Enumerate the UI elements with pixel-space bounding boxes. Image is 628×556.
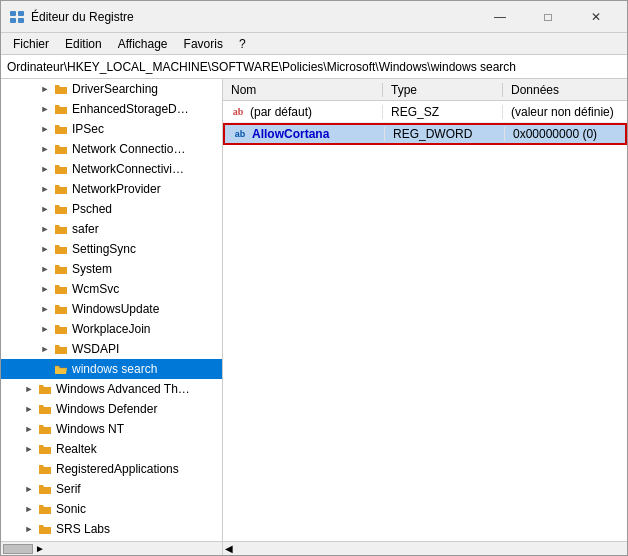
bottom-scrollbar-area: ► ◀ (1, 541, 627, 555)
main-content: ► DriverSearching ► EnhancedStorageD… ► … (1, 79, 627, 541)
tree-item-windows-defender[interactable]: ► Windows Defender (1, 399, 222, 419)
tree-arrow: ► (37, 201, 53, 217)
tree-label: System (72, 262, 112, 276)
folder-icon (53, 121, 69, 137)
tree-item-psched[interactable]: ► Psched (1, 199, 222, 219)
minimize-button[interactable]: — (477, 1, 523, 33)
tree-item-srs-labs[interactable]: ► SRS Labs (1, 519, 222, 539)
tree-item-ipsec[interactable]: ► IPSec (1, 119, 222, 139)
folder-icon (53, 141, 69, 157)
tree-arrow: ► (21, 521, 37, 537)
folder-icon (37, 501, 53, 517)
folder-icon-open (53, 361, 69, 377)
tree-label: Realtek (56, 442, 97, 456)
tree-item-serif[interactable]: ► Serif (1, 479, 222, 499)
tree-arrow: ► (37, 161, 53, 177)
title-bar: Éditeur du Registre — □ ✕ (1, 1, 627, 33)
tree-item-system[interactable]: ► System (1, 259, 222, 279)
tree-label: WorkplaceJoin (72, 322, 150, 336)
tree-item-windows-search[interactable]: ► windows search (1, 359, 222, 379)
folder-icon (53, 201, 69, 217)
tree-arrow: ► (37, 101, 53, 117)
tree-label: RegisteredApplications (56, 462, 179, 476)
tree-arrow: ► (21, 501, 37, 517)
window-title: Éditeur du Registre (31, 10, 477, 24)
tree-label: NetworkProvider (72, 182, 161, 196)
tree-item-network-connectivity[interactable]: ► NetworkConnectivi… (1, 159, 222, 179)
window-controls: — □ ✕ (477, 1, 619, 33)
tree-item-windows-update[interactable]: ► WindowsUpdate (1, 299, 222, 319)
tree-item-safer[interactable]: ► safer (1, 219, 222, 239)
column-type[interactable]: Type (383, 83, 503, 97)
column-name[interactable]: Nom (223, 83, 383, 97)
detail-header: Nom Type Données (223, 79, 627, 101)
row-data-cell: 0x00000000 (0) (505, 127, 625, 141)
tree-label: Network Connectio… (72, 142, 185, 156)
tree-arrow: ► (37, 121, 53, 137)
menu-bar: Fichier Edition Affichage Favoris ? (1, 33, 627, 55)
svg-rect-1 (18, 11, 24, 16)
tree-arrow: ► (37, 241, 53, 257)
row-type-cell: REG_DWORD (385, 127, 505, 141)
registry-editor-window: Éditeur du Registre — □ ✕ Fichier Editio… (0, 0, 628, 556)
row-name-label: AllowCortana (252, 127, 329, 141)
menu-affichage[interactable]: Affichage (110, 35, 176, 53)
folder-icon (53, 81, 69, 97)
tree-arrow: ► (37, 221, 53, 237)
folder-icon (37, 441, 53, 457)
maximize-button[interactable]: □ (525, 1, 571, 33)
menu-fichier[interactable]: Fichier (5, 35, 57, 53)
menu-help[interactable]: ? (231, 35, 254, 53)
tree-label: windows search (72, 362, 157, 376)
tree-arrow: ► (37, 141, 53, 157)
registry-row-allow-cortana[interactable]: ab AllowCortana REG_DWORD 0x00000000 (0) (223, 123, 627, 145)
tree-item-network-connections[interactable]: ► Network Connectio… (1, 139, 222, 159)
tree-arrow: ► (37, 301, 53, 317)
address-bar: Ordinateur\HKEY_LOCAL_MACHINE\SOFTWARE\P… (1, 55, 627, 79)
close-button[interactable]: ✕ (573, 1, 619, 33)
tree-pane[interactable]: ► DriverSearching ► EnhancedStorageD… ► … (1, 79, 223, 541)
tree-hscrollbar[interactable]: ► (1, 542, 223, 555)
tree-item-network-provider[interactable]: ► NetworkProvider (1, 179, 222, 199)
svg-rect-3 (18, 18, 24, 23)
tree-label: WindowsUpdate (72, 302, 159, 316)
row-type-cell: REG_SZ (383, 105, 503, 119)
tree-label: Windows NT (56, 422, 124, 436)
tree-item-sonic[interactable]: ► Sonic (1, 499, 222, 519)
detail-hscrollbar[interactable]: ◀ (223, 542, 627, 555)
tree-item-wcmsvc[interactable]: ► WcmSvc (1, 279, 222, 299)
tree-label: Serif (56, 482, 81, 496)
folder-icon (53, 101, 69, 117)
tree-arrow: ► (37, 281, 53, 297)
row-name-cell: ab (par défaut) (223, 105, 383, 119)
tree-item-windows-advanced[interactable]: ► Windows Advanced Th… (1, 379, 222, 399)
tree-label: SettingSync (72, 242, 136, 256)
tree-item-wsdapi[interactable]: ► WSDAPI (1, 339, 222, 359)
menu-edition[interactable]: Edition (57, 35, 110, 53)
tree-item-realtek[interactable]: ► Realtek (1, 439, 222, 459)
address-path: Ordinateur\HKEY_LOCAL_MACHINE\SOFTWARE\P… (7, 60, 516, 74)
tree-item-driver-searching[interactable]: ► DriverSearching (1, 79, 222, 99)
tree-label: Sonic (56, 502, 86, 516)
tree-item-registered-apps[interactable]: ► RegisteredApplications (1, 459, 222, 479)
tree-label: WcmSvc (72, 282, 119, 296)
tree-arrow: ► (37, 261, 53, 277)
tree-item-workplace-join[interactable]: ► WorkplaceJoin (1, 319, 222, 339)
column-data[interactable]: Données (503, 83, 627, 97)
tree-item-setting-sync[interactable]: ► SettingSync (1, 239, 222, 259)
folder-icon (37, 381, 53, 397)
tree-item-enhanced-storage[interactable]: ► EnhancedStorageD… (1, 99, 222, 119)
tree-label: IPSec (72, 122, 104, 136)
menu-favoris[interactable]: Favoris (176, 35, 231, 53)
tree-item-windows-nt[interactable]: ► Windows NT (1, 419, 222, 439)
binary-icon: ab (233, 127, 247, 141)
tree-arrow: ► (21, 401, 37, 417)
tree-arrow: ► (21, 421, 37, 437)
registry-row-default[interactable]: ab (par défaut) REG_SZ (valeur non défin… (223, 101, 627, 123)
tree-arrow: ► (21, 481, 37, 497)
tree-arrow: ► (37, 81, 53, 97)
tree-label: DriverSearching (72, 82, 158, 96)
row-name-label: (par défaut) (250, 105, 312, 119)
folder-icon (53, 181, 69, 197)
tree-label: Windows Advanced Th… (56, 382, 190, 396)
